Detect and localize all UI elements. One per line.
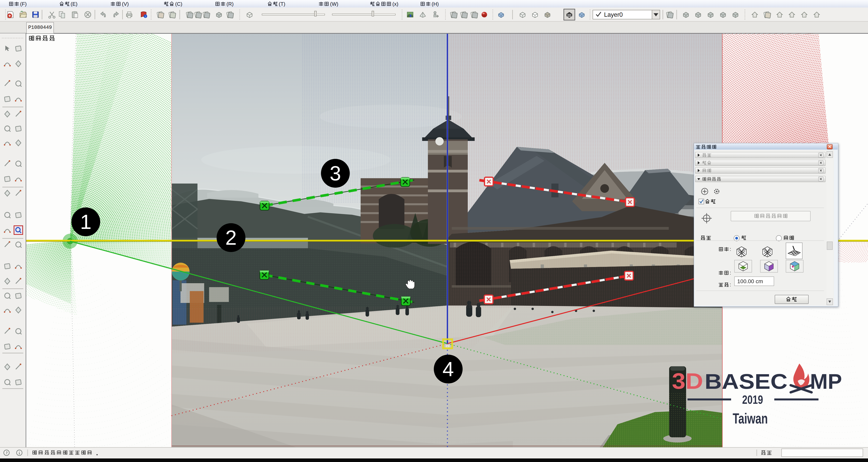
svg-text:(V): (V) [122,1,129,7]
svg-text:BASEC: BASEC [705,369,787,393]
svg-text:(F): (F) [20,1,27,7]
svg-text::: : [730,282,731,287]
svg-text:(x): (x) [392,1,398,7]
svg-text:3: 3 [330,162,341,185]
svg-text:(E): (E) [71,1,78,7]
svg-text:(W): (W) [330,1,338,7]
svg-text:Layer0: Layer0 [604,11,623,18]
svg-text:100.00 cm: 100.00 cm [737,278,763,284]
svg-text:2019: 2019 [742,393,763,406]
svg-text:(C): (C) [175,1,182,7]
svg-text:(H): (H) [432,1,439,7]
svg-text:Taiwan: Taiwan [733,410,768,427]
svg-text:MP: MP [810,369,842,393]
svg-text::: : [730,246,731,252]
svg-text:(R): (R) [226,1,234,7]
svg-text::: : [730,270,731,276]
svg-text:2: 2 [225,226,237,249]
svg-text:(T): (T) [279,1,285,7]
svg-text:i: i [145,15,146,18]
svg-text:1: 1 [80,210,92,233]
svg-text:3D: 3D [672,368,703,394]
svg-text:4: 4 [442,358,454,380]
